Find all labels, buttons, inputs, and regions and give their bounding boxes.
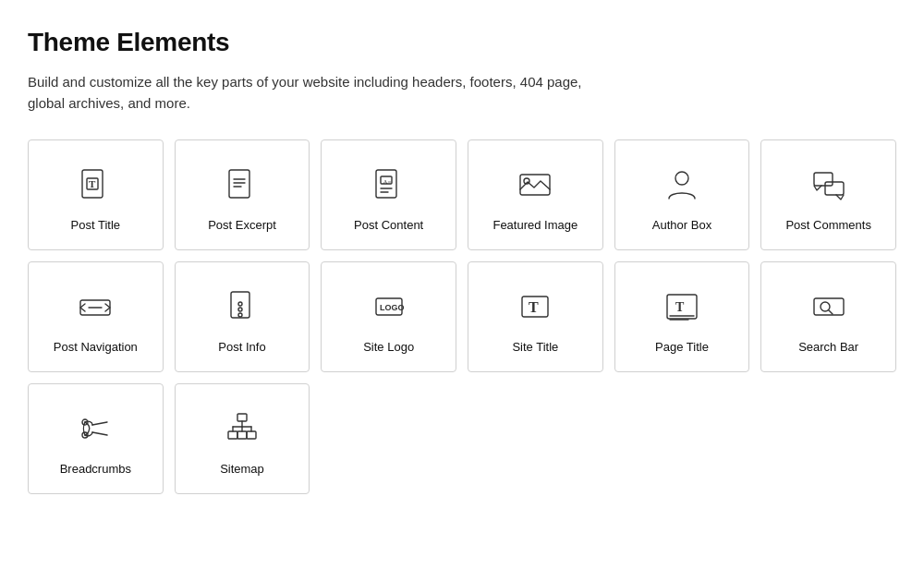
page-title-icon: T	[660, 284, 704, 329]
card-post-info[interactable]: Post Info	[175, 261, 310, 372]
svg-text:A=: A=	[383, 177, 391, 185]
grid-row-1: T Post Title Post Excerpt A=	[28, 139, 896, 250]
svg-rect-3	[229, 170, 249, 198]
card-post-content[interactable]: A= Post Content	[321, 139, 456, 250]
svg-rect-44	[228, 431, 237, 439]
svg-text:T: T	[675, 300, 685, 314]
svg-text:T: T	[89, 178, 96, 189]
page-description: Build and customize all the key parts of…	[28, 72, 582, 114]
grid-row-2: Post Navigation Post Info LOGO Site Logo	[28, 261, 896, 372]
sitemap-label: Sitemap	[220, 462, 264, 476]
author-box-icon	[660, 163, 704, 207]
svg-rect-16	[825, 182, 844, 195]
card-page-title[interactable]: T Page Title	[614, 261, 750, 372]
card-post-excerpt[interactable]: Post Excerpt	[175, 139, 310, 250]
post-info-icon	[220, 284, 264, 329]
svg-point-21	[238, 308, 242, 311]
svg-text:T: T	[529, 299, 539, 315]
sitemap-icon	[220, 406, 264, 451]
page-title-label: Page Title	[655, 340, 709, 354]
post-navigation-icon	[73, 284, 117, 329]
site-logo-label: Site Logo	[363, 340, 414, 354]
svg-text:LOGO: LOGO	[380, 303, 405, 312]
post-title-icon: T	[73, 163, 117, 207]
post-comments-icon	[807, 163, 851, 207]
featured-image-label: Featured Image	[492, 218, 578, 232]
svg-point-14	[675, 172, 688, 185]
page-title: Theme Elements	[28, 28, 896, 57]
featured-image-icon	[513, 163, 557, 207]
breadcrumbs-icon	[73, 406, 117, 451]
search-bar-icon	[807, 284, 851, 329]
svg-rect-15	[814, 173, 833, 186]
svg-rect-19	[231, 292, 249, 318]
card-sitemap[interactable]: Sitemap	[175, 383, 310, 494]
card-featured-image[interactable]: Featured Image	[468, 139, 603, 250]
card-site-logo[interactable]: LOGO Site Logo	[321, 261, 456, 372]
post-content-label: Post Content	[354, 218, 423, 232]
breadcrumbs-label: Breadcrumbs	[60, 462, 131, 476]
post-title-label: Post Title	[71, 218, 120, 232]
svg-point-32	[821, 302, 830, 311]
svg-point-22	[238, 313, 242, 317]
svg-rect-46	[247, 431, 256, 439]
card-post-navigation[interactable]: Post Navigation	[28, 261, 164, 372]
post-excerpt-icon	[220, 163, 264, 207]
post-info-label: Post Info	[218, 340, 265, 354]
site-title-icon: T	[513, 284, 557, 329]
author-box-label: Author Box	[652, 218, 711, 232]
card-site-title[interactable]: T Site Title	[468, 261, 603, 372]
card-post-comments[interactable]: Post Comments	[760, 139, 896, 250]
card-author-box[interactable]: Author Box	[614, 139, 750, 250]
card-breadcrumbs[interactable]: Breadcrumbs	[28, 383, 164, 494]
post-navigation-label: Post Navigation	[54, 340, 138, 354]
svg-line-34	[92, 422, 107, 425]
card-search-bar[interactable]: Search Bar	[760, 261, 896, 372]
svg-line-35	[92, 432, 107, 435]
svg-rect-38	[237, 414, 247, 421]
svg-rect-45	[237, 431, 247, 439]
post-excerpt-label: Post Excerpt	[208, 218, 276, 232]
site-logo-icon: LOGO	[367, 284, 411, 329]
card-post-title[interactable]: T Post Title	[28, 139, 164, 250]
svg-line-33	[829, 310, 833, 314]
svg-point-20	[238, 302, 242, 306]
post-content-icon: A=	[367, 163, 411, 207]
grid-row-3: Breadcrumbs Sitemap	[28, 383, 896, 494]
post-comments-label: Post Comments	[785, 218, 870, 232]
search-bar-label: Search Bar	[798, 340, 858, 354]
svg-rect-31	[814, 298, 844, 315]
site-title-label: Site Title	[512, 340, 558, 354]
